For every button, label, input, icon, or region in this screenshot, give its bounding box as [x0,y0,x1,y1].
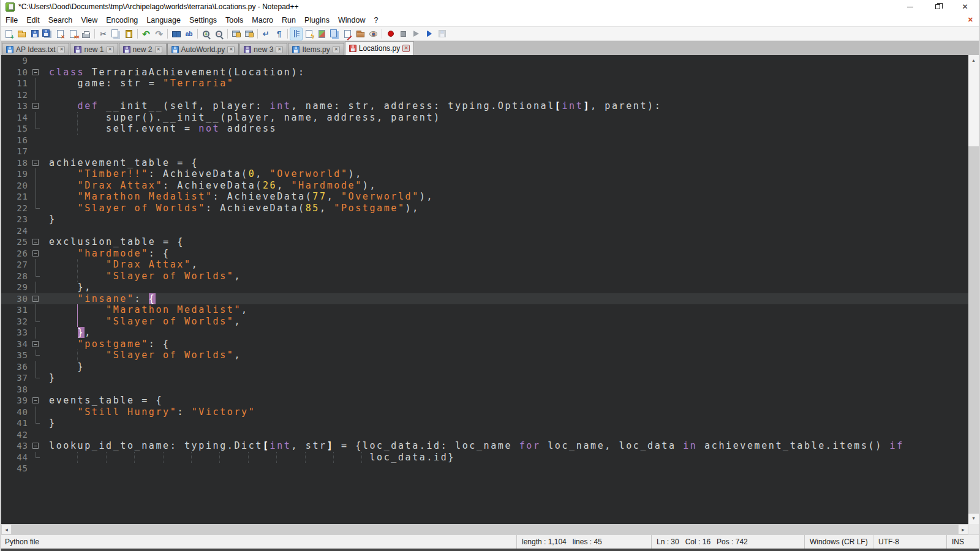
code-line-16[interactable]: 16 [1,135,968,146]
tab-locations-py[interactable]: Locations.py✕ [345,41,414,55]
copy-button[interactable] [110,28,123,40]
code-line-39[interactable]: 39−events_table = { [1,395,968,407]
macro-stop-button[interactable] [397,28,410,40]
status-insert-mode[interactable]: INS [947,535,979,549]
zoom-in-button[interactable]: + [200,28,213,40]
fold-box-icon[interactable]: − [32,296,39,302]
tab-ap-ideas-txt[interactable]: AP Ideas.txt✕ [2,43,69,55]
menu-item-plugins[interactable]: Plugins [300,15,334,26]
sync-horizontal-scroll-button[interactable] [243,28,255,40]
code-line-37[interactable]: 37} [1,372,968,384]
tab-close-icon[interactable]: ✕ [402,45,410,52]
scroll-up-arrow-icon[interactable]: ▲ [968,55,979,66]
scroll-right-arrow-icon[interactable]: ▸ [958,524,968,534]
undo-button[interactable]: ↶ [140,28,153,40]
function-list-button[interactable] [303,28,315,40]
code-line-35[interactable]: 35 "Slayer of Worlds", [1,350,968,361]
code-line-13[interactable]: 13− def __init__(self, player: int, name… [1,100,968,112]
macro-run-multiple-button[interactable] [423,28,435,40]
replace-button[interactable]: ab [183,28,195,40]
code-line-12[interactable]: 12 [1,89,968,101]
save-file-button[interactable] [28,28,41,40]
menu-item-view[interactable]: View [77,15,102,26]
code-line-27[interactable]: 27 "Drax Attax", [1,259,968,271]
vertical-scrollbar-track[interactable] [968,66,979,514]
fold-box-icon[interactable]: − [32,69,39,75]
code-line-29[interactable]: 29 }, [1,282,968,293]
tab-close-icon[interactable]: ✕ [333,46,340,53]
fold-box-icon[interactable]: − [32,341,39,347]
tab-items-py[interactable]: Items.py✕ [288,43,344,55]
show-indent-guide-button[interactable] [290,28,303,40]
paste-button[interactable] [123,28,135,40]
tab-close-icon[interactable]: ✕ [155,46,162,53]
code-line-18[interactable]: 18−achievement_table = { [1,157,968,169]
tab-close-icon[interactable]: ✕ [276,46,283,53]
document-map-button[interactable] [315,28,328,40]
code-line-36[interactable]: 36 } [1,361,968,373]
code-line-23[interactable]: 23} [1,214,968,225]
code-line-25[interactable]: 25−exclusion_table = { [1,236,968,248]
menu-item-tools[interactable]: Tools [221,15,247,26]
code-line-31[interactable]: 31 "Marathon Medalist", [1,304,968,316]
code-line-22[interactable]: 22 "Slayer of Worlds": AchieveData(85, "… [1,203,968,214]
tab-new-2[interactable]: new 2✕ [119,43,167,55]
code-line-14[interactable]: 14 super().__init__(player, name, addres… [1,112,968,124]
fold-box-icon[interactable]: − [32,397,39,403]
macro-play-button[interactable] [410,28,423,40]
define-language-button[interactable] [341,28,354,40]
code-line-42[interactable]: 42 [1,429,968,441]
code-line-9[interactable]: 9 [1,55,968,67]
tab-new-3[interactable]: new 3✕ [239,43,287,55]
open-file-button[interactable] [15,28,28,40]
code-editor[interactable]: 910−class TerrariaAchievement(Location):… [1,55,968,524]
horizontal-scrollbar-thumb[interactable] [12,524,958,534]
vertical-scrollbar-thumb[interactable] [968,146,979,514]
fold-box-icon[interactable]: − [32,443,39,449]
folder-as-workspace-button[interactable] [354,28,367,40]
fold-box-icon[interactable]: − [32,250,39,257]
code-line-21[interactable]: 21 "Marathon Medalist": AchieveData(77, … [1,191,968,203]
code-line-43[interactable]: 43−lookup_id_to_name: typing.Dict[int, s… [1,440,968,452]
code-line-28[interactable]: 28 "Slayer of Worlds", [1,271,968,282]
macro-record-button[interactable] [384,28,397,40]
tab-close-icon[interactable]: ✕ [58,46,65,53]
code-line-33[interactable]: 33 }, [1,327,968,339]
scroll-left-arrow-icon[interactable]: ◂ [1,524,12,534]
tab-close-icon[interactable]: ✕ [227,46,235,53]
redo-button[interactable]: ↷ [153,28,165,40]
code-line-34[interactable]: 34− "postgame": { [1,339,968,350]
menu-item-language[interactable]: Language [142,15,185,26]
show-all-characters-button[interactable]: ¶ [273,28,285,40]
status-eol-format[interactable]: Windows (CR LF) [805,535,873,549]
menu-item-file[interactable]: File [1,15,22,26]
menu-item-settings[interactable]: Settings [185,15,221,26]
code-line-15[interactable]: 15 self.event = not address [1,123,968,135]
code-line-11[interactable]: 11 game: str = "Terraria" [1,78,968,89]
zoom-out-button[interactable]: − [213,28,225,40]
fold-box-icon[interactable]: − [32,239,39,245]
code-line-17[interactable]: 17 [1,146,968,157]
code-line-26[interactable]: 26− "hardmode": { [1,248,968,260]
code-line-32[interactable]: 32 "Slayer of Worlds", [1,316,968,328]
fold-box-icon[interactable]: − [32,103,39,109]
code-line-24[interactable]: 24 [1,225,968,237]
new-file-button[interactable] [2,28,15,40]
menu-item-run[interactable]: Run [277,15,300,26]
tab-new-1[interactable]: new 1✕ [70,43,118,55]
menu-item-help[interactable]: ? [369,15,382,26]
menu-item-window[interactable]: Window [334,15,369,26]
code-line-20[interactable]: 20 "Drax Attax": AchieveData(26, "Hardmo… [1,180,968,192]
code-line-40[interactable]: 40 "Still Hungry": "Victory" [1,407,968,418]
minimize-button[interactable] [896,0,924,13]
code-line-44[interactable]: 44 loc_data.id} [1,452,968,463]
scroll-down-arrow-icon[interactable]: ▲ [968,514,979,524]
code-line-10[interactable]: 10−class TerrariaAchievement(Location): [1,67,968,78]
word-wrap-button[interactable]: ↵ [260,28,273,40]
menu-item-macro[interactable]: Macro [247,15,277,26]
document-list-button[interactable] [328,28,341,40]
tab-close-icon[interactable]: ✕ [107,46,114,53]
close-button[interactable]: ✕ [951,0,979,13]
menu-item-encoding[interactable]: Encoding [102,15,142,26]
close-document-icon[interactable]: ✕ [968,16,973,24]
